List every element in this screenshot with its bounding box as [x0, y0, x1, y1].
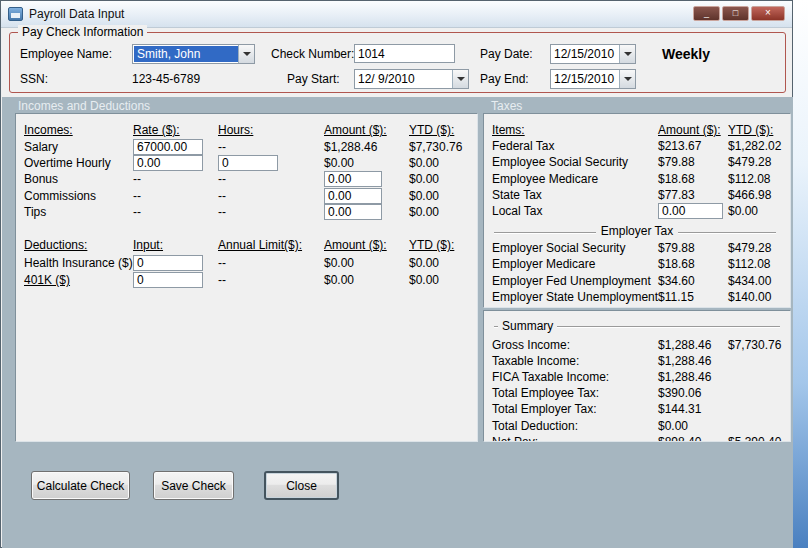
deduction-cell: $0.00 [324, 256, 409, 270]
income-cell: -- [133, 205, 218, 219]
ssn-label: SSN: [20, 72, 48, 86]
payroll-window: Payroll Data Input _ □ × Pay Check Infor… [0, 0, 793, 548]
desktop-background: Payroll Data Input _ □ × Pay Check Infor… [0, 0, 808, 548]
taxes-table: Items: Amount ($): YTD ($): Federal Tax … [492, 122, 782, 219]
summary-cell: $0.00 [658, 419, 728, 433]
summary-cell: $7,730.76 [728, 338, 782, 352]
summary-cell: $898.40 [658, 435, 728, 442]
tax-row-label: Employer State Unemployment [492, 290, 658, 304]
summary-cell: $390.06 [658, 386, 728, 400]
tax-cell: $77.83 [658, 188, 728, 202]
pay-date-label: Pay Date: [480, 47, 533, 61]
deduction-cell: $0.00 [409, 273, 469, 287]
taxes-section-header: Taxes [491, 99, 522, 113]
paycheck-info-group: Pay Check Information Employee Name: Smi… [9, 32, 786, 93]
pay-start-dropdown-arrow-icon[interactable] [452, 70, 468, 88]
pay-start-select[interactable]: 12/ 9/2010 [354, 69, 469, 89]
rate-col-header: Rate ($): [133, 123, 218, 137]
income-cell: $1,288.46 [324, 140, 409, 154]
overtime-rate-input[interactable] [133, 155, 203, 171]
ssn-value: 123-45-6789 [132, 72, 200, 86]
incomes-section-header: Incomes and Deductions [18, 99, 150, 113]
deduction-row-label: Health Insurance ($) [24, 256, 133, 270]
tax-cell: $466.98 [728, 188, 782, 202]
local-tax-input[interactable] [658, 203, 723, 219]
summary-cell: $5,390.40 [728, 435, 782, 442]
summary-row-label: FICA Taxable Income: [492, 370, 658, 384]
amount-col-header: Amount ($): [324, 238, 409, 252]
ytd-col-header: YTD ($): [409, 238, 469, 252]
employee-name-select[interactable]: Smith, John [132, 44, 255, 64]
tax-row-label: Employer Fed Unemployment [492, 274, 658, 288]
pay-start-value: 12/ 9/2010 [355, 70, 452, 88]
pay-end-select[interactable]: 12/15/2010 [550, 69, 636, 89]
tax-cell: $79.88 [658, 241, 728, 255]
tax-cell: $112.08 [728, 257, 782, 271]
tax-row-label: Employer Social Security [492, 241, 658, 255]
employee-name-label: Employee Name: [20, 47, 112, 61]
income-cell: $0.00 [409, 189, 469, 203]
tax-cell: $479.28 [728, 241, 782, 255]
main-area: Incomes and Deductions Taxes Incomes: Ra… [2, 97, 793, 548]
titlebar[interactable]: Payroll Data Input _ □ × [1, 1, 792, 28]
income-cell: -- [218, 172, 324, 186]
income-cell: -- [133, 189, 218, 203]
income-cell: $0.00 [409, 156, 469, 170]
tax-cell: $1,282.02 [728, 139, 782, 153]
hours-col-header: Hours: [218, 123, 324, 137]
maximize-button[interactable]: □ [722, 6, 749, 21]
income-cell: -- [218, 140, 324, 154]
tips-amount-input[interactable] [324, 204, 382, 220]
tax-cell: $140.00 [728, 290, 782, 304]
tax-row-label: Employee Social Security [492, 155, 658, 169]
bonus-amount-input[interactable] [324, 171, 382, 187]
income-row-label: Bonus [24, 172, 133, 186]
summary-group-label: Summary [498, 319, 557, 333]
summary-row-label: Net Pay: [492, 435, 658, 442]
pay-end-dropdown-arrow-icon[interactable] [619, 70, 635, 88]
tax-cell: $11.15 [658, 290, 728, 304]
income-row-label: Salary [24, 140, 133, 154]
pay-date-select[interactable]: 12/15/2010 [550, 44, 636, 64]
ytd-col-header: YTD ($): [409, 123, 469, 137]
overtime-hours-input[interactable] [218, 155, 278, 171]
pay-end-value: 12/15/2010 [551, 70, 619, 88]
401k-input[interactable] [133, 272, 203, 288]
income-cell: -- [133, 172, 218, 186]
ytd-col-header: YTD ($): [728, 123, 782, 137]
summary-table: Gross Income: $1,288.46 $7,730.76 Taxabl… [492, 337, 782, 442]
deduction-row-label: 401K ($) [24, 273, 133, 287]
caption-buttons: _ □ × [693, 6, 785, 21]
paycheck-group-label: Pay Check Information [18, 25, 147, 39]
summary-panel: Summary Gross Income: $1,288.46 $7,730.7… [483, 310, 791, 442]
tax-cell: $112.08 [728, 172, 782, 186]
employer-tax-group-label: Employer Tax [596, 224, 678, 238]
tax-cell: $34.60 [658, 274, 728, 288]
deduction-cell: -- [218, 273, 324, 287]
close-button[interactable]: Close [264, 471, 339, 500]
summary-row-label: Total Employer Tax: [492, 402, 658, 416]
calculate-check-button[interactable]: Calculate Check [31, 471, 130, 500]
app-icon [8, 7, 23, 21]
income-cell: $0.00 [409, 205, 469, 219]
tax-cell: $213.67 [658, 139, 728, 153]
minimize-button[interactable]: _ [693, 6, 720, 21]
summary-row-label: Gross Income: [492, 338, 658, 352]
summary-row-label: Taxable Income: [492, 354, 658, 368]
income-cell: $0.00 [324, 156, 409, 170]
salary-rate-input[interactable] [133, 139, 203, 155]
health-insurance-input[interactable] [133, 255, 203, 271]
summary-row-label: Total Employee Tax: [492, 386, 658, 400]
tax-row-label: Local Tax [492, 204, 658, 218]
commissions-amount-input[interactable] [324, 188, 382, 204]
save-check-button[interactable]: Save Check [153, 471, 234, 500]
employee-name-value: Smith, John [134, 46, 238, 62]
pay-date-dropdown-arrow-icon[interactable] [619, 45, 635, 63]
deduction-cell: $0.00 [324, 273, 409, 287]
summary-cell: $1,288.46 [658, 338, 728, 352]
check-number-input[interactable] [354, 44, 455, 63]
summary-row-label: Total Deduction: [492, 419, 658, 433]
close-window-button[interactable]: × [751, 6, 785, 21]
employee-dropdown-arrow-icon[interactable] [238, 45, 254, 63]
tax-cell: $434.00 [728, 274, 782, 288]
